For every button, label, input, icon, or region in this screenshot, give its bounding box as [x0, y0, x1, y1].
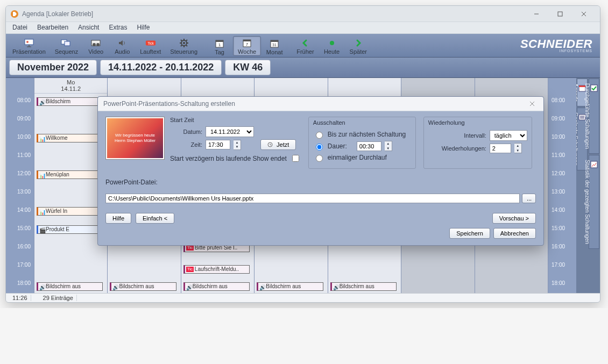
powerpoint-schedule-dialog: PowerPoint-Präsentations-Schaltung erste… — [97, 96, 544, 246]
svg-rect-26 — [591, 85, 597, 91]
presentation-icon — [24, 38, 34, 48]
window-title: Agenda [Lokaler Betrieb] — [22, 10, 525, 18]
month-pill[interactable]: November 2022 — [9, 60, 97, 75]
menu-ansicht[interactable]: Ansicht — [74, 22, 103, 33]
tb-heute[interactable]: Heute — [319, 37, 345, 55]
tb-video[interactable]: Video — [83, 37, 109, 55]
off-opt-dauer[interactable] — [316, 144, 323, 151]
menu-datei[interactable]: Datei — [8, 22, 32, 33]
wdh-input[interactable] — [490, 144, 511, 153]
file-label: PowerPoint-Datei: — [105, 179, 158, 186]
tb-steuerung[interactable]: Steuerung — [166, 37, 202, 55]
brand-logo: SCHNEIDER INFOSYSTEMS — [520, 39, 598, 53]
svg-point-12 — [183, 42, 185, 44]
svg-text:1: 1 — [218, 42, 221, 47]
svg-rect-14 — [216, 40, 223, 42]
hilfe-button[interactable]: Hilfe — [105, 213, 131, 224]
menu-bearbeiten[interactable]: Bearbeiten — [33, 22, 73, 33]
status-bar: 11:26 29 Einträge — [6, 293, 600, 302]
maximize-button[interactable] — [548, 6, 572, 22]
datum-label: Datum: — [170, 129, 202, 135]
dauer-spinner[interactable]: ▲▼ — [385, 141, 392, 151]
tb-frueher[interactable]: Früher — [292, 37, 318, 55]
sched-item[interactable]: 🔊Bildschirm aus — [110, 282, 176, 291]
week-icon: 7 — [242, 38, 252, 48]
delay-label: Start verzögern bis laufende Show endet — [170, 155, 287, 162]
off-opt-next[interactable] — [316, 132, 323, 139]
sched-item[interactable]: 🎬Produkt E — [37, 225, 103, 234]
menu-hilfe[interactable]: Hilfe — [132, 22, 154, 33]
off-legend: Ausschalten — [313, 119, 411, 126]
dauer-input[interactable] — [357, 141, 381, 151]
vtab-statistik[interactable]: Statistik der gezeigten Schaltungen — [589, 155, 599, 249]
sched-item[interactable]: 📊Willkome — [37, 134, 103, 142]
tb-monat[interactable]: 31 Monat — [261, 36, 287, 56]
svg-point-7 — [93, 43, 96, 46]
status-time: 11:26 — [9, 295, 31, 301]
status-entries: 29 Einträge — [40, 295, 77, 301]
svg-text:Tick: Tick — [147, 41, 154, 45]
tb-sequenz[interactable]: Sequenz — [51, 37, 82, 55]
speichern-button[interactable]: Speichern — [449, 228, 490, 239]
wdh-label: Wiederholungen: — [428, 145, 486, 152]
svg-rect-27 — [591, 161, 597, 168]
sequence-icon — [61, 38, 72, 48]
zeit-input[interactable] — [206, 140, 230, 149]
sched-item[interactable]: 📊Menüplan — [37, 170, 103, 179]
minimize-button[interactable] — [525, 6, 548, 22]
date-header: November 2022 14.11.2022 - 20.11.2022 KW… — [6, 58, 600, 78]
rep-legend: Wiederholung — [428, 119, 527, 126]
tb-tag[interactable]: 1 Tag — [207, 36, 232, 56]
svg-point-3 — [26, 41, 29, 43]
audio-icon — [117, 38, 128, 48]
sched-item[interactable]: TicLaufschrift-Meldu.. — [183, 265, 250, 274]
preview-thumbnail: Wir begrüssen heute Herrn Stephan Müller — [105, 117, 165, 160]
sched-item[interactable]: 🔊Bildschirm aus — [183, 282, 250, 291]
off-opt-once[interactable] — [316, 155, 323, 162]
browse-button[interactable]: ... — [522, 194, 536, 203]
sched-item[interactable]: 🔊Bildschirm aus — [257, 282, 323, 291]
svg-text:7: 7 — [246, 42, 249, 47]
intervall-select[interactable]: täglich — [490, 130, 527, 141]
week-pill[interactable]: KW 46 — [225, 60, 271, 75]
day-head: Mo14.11.2 — [34, 78, 107, 94]
svg-point-22 — [330, 41, 334, 45]
vtab-durchgefuehrt[interactable]: Durchgeführte Schaltungen — [589, 78, 599, 154]
tb-woche[interactable]: 7 Woche — [233, 36, 261, 56]
intervall-label: Intervall: — [428, 132, 486, 139]
ticker-icon: Tick — [145, 38, 156, 48]
sched-item[interactable]: 🔊Bildschirm — [37, 97, 103, 106]
start-legend: Start Zeit — [170, 117, 301, 123]
menu-extras[interactable]: Extras — [104, 22, 131, 33]
tb-praesentation[interactable]: Präsentation — [8, 37, 50, 55]
clock-icon — [267, 142, 273, 147]
delay-checkbox[interactable] — [292, 155, 299, 162]
title-bar: Agenda [Lokaler Betrieb] — [6, 6, 600, 22]
svg-text:31: 31 — [272, 43, 277, 47]
datum-select[interactable]: 14.11.2022 — [206, 126, 254, 137]
abbrechen-button[interactable]: Abbrechen — [493, 228, 536, 239]
dialog-title: PowerPoint-Präsentations-Schaltung erste… — [103, 100, 235, 108]
check-icon — [590, 84, 598, 92]
tb-lauftext[interactable]: Tick Lauftext — [136, 37, 165, 55]
chart-icon — [590, 161, 598, 168]
einfach-button[interactable]: Einfach < — [136, 213, 174, 224]
tb-audio[interactable]: Audio — [109, 37, 135, 55]
day-icon: 1 — [214, 38, 225, 49]
close-button[interactable] — [572, 6, 596, 22]
sched-item[interactable]: 🔊Bildschirm aus — [37, 282, 103, 291]
vorschau-button[interactable]: Vorschau > — [492, 213, 536, 224]
svg-point-8 — [96, 43, 100, 46]
chevron-right-icon — [353, 38, 364, 48]
tb-spaeter[interactable]: Später — [345, 37, 371, 55]
video-icon — [90, 38, 101, 48]
wdh-spinner[interactable]: ▲▼ — [514, 143, 522, 153]
sched-item[interactable]: 🔊Bildschirm aus — [330, 282, 397, 291]
dialog-close-button[interactable] — [526, 99, 538, 109]
file-path-input[interactable] — [105, 194, 520, 203]
zeit-spinner[interactable]: ▲▼ — [234, 140, 241, 150]
sched-item[interactable]: 📊Würfel In — [37, 207, 103, 216]
app-icon — [10, 10, 19, 18]
jetzt-button[interactable]: Jetzt — [260, 139, 296, 150]
range-pill[interactable]: 14.11.2022 - 20.11.2022 — [100, 60, 222, 75]
